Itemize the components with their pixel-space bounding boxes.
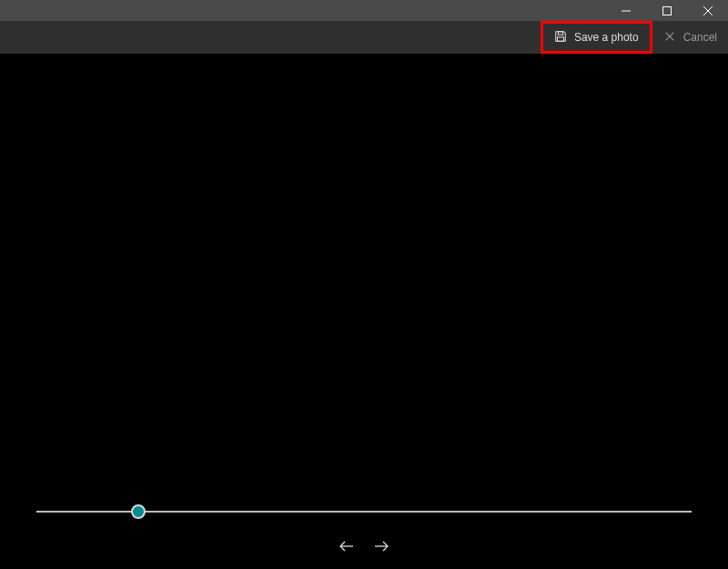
svg-rect-5 (557, 36, 563, 40)
arrow-right-icon (374, 540, 389, 553)
svg-rect-4 (558, 31, 562, 35)
save-photo-label: Save a photo (574, 31, 639, 44)
save-photo-button[interactable]: Save a photo (541, 21, 652, 54)
photo-viewport (0, 54, 728, 569)
save-icon (554, 30, 567, 46)
cancel-label: Cancel (683, 31, 717, 44)
close-button[interactable] (687, 0, 728, 21)
minimize-icon (622, 6, 631, 15)
previous-frame-button[interactable] (339, 540, 354, 553)
frame-slider-track[interactable] (36, 511, 692, 513)
close-icon (703, 6, 713, 15)
cancel-icon (663, 30, 676, 46)
frame-nav (339, 540, 389, 553)
svg-rect-1 (662, 6, 671, 15)
next-frame-button[interactable] (374, 540, 389, 553)
toolbar: Save a photo Cancel (0, 21, 728, 54)
minimize-button[interactable] (605, 0, 646, 21)
maximize-button[interactable] (646, 0, 687, 21)
arrow-left-icon (339, 540, 354, 553)
maximize-icon (662, 6, 672, 15)
frame-slider-thumb[interactable] (131, 504, 146, 519)
cancel-button[interactable]: Cancel (652, 21, 728, 54)
window-titlebar (0, 0, 728, 21)
